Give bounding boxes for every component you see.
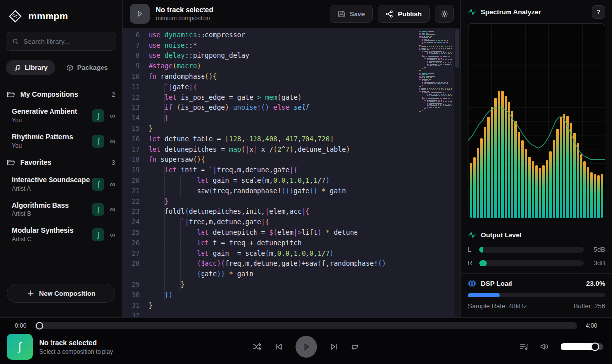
indent-guide	[149, 291, 165, 300]
code-line[interactable]: 23foldl(detunepitches,init,|elem,acc|{	[123, 207, 446, 217]
code-line[interactable]: 30})	[123, 290, 446, 300]
minimap-token	[433, 46, 434, 47]
code-line-content: fn supersaw(){	[149, 155, 446, 165]
line-number: 27	[123, 248, 149, 259]
code-line[interactable]: 28($acc)(freq,m,detune,gate)+saw(f,rando…	[123, 259, 446, 269]
spectrum-title: Spectrum Analyzer	[481, 8, 587, 16]
code-line[interactable]: 13if (is_pos_edge) unoise!() else self	[123, 103, 446, 113]
editor-scrollbar-thumb[interactable]	[455, 29, 459, 68]
composition-item[interactable]: Algorithmic BassArtist B∫∞	[0, 197, 122, 222]
settings-button[interactable]	[435, 5, 454, 23]
right-panel: Spectrum Analyzer ? Output Level	[460, 0, 612, 317]
indent-guide	[149, 239, 165, 248]
minimap-token	[429, 88, 430, 89]
code-line[interactable]: 19let init = `|freq,m,detune,gate|{	[123, 165, 446, 175]
code-line[interactable]: 29}	[123, 279, 446, 290]
seek-slider[interactable]	[35, 322, 577, 329]
publish-button[interactable]: Publish	[378, 5, 430, 23]
minimap-token	[427, 53, 428, 54]
save-button[interactable]: Save	[330, 5, 373, 23]
composition-item[interactable]: Modular SynthesisArtist C∫∞	[0, 222, 122, 247]
code-line[interactable]: 22}	[123, 196, 446, 207]
preview-play-button[interactable]	[130, 4, 150, 24]
minimap-token	[436, 59, 437, 60]
code-token: }	[149, 124, 153, 132]
code-line[interactable]: 8use delay::pingpong_delay	[123, 51, 446, 61]
code-editor[interactable]: 6use dynamics::compressor7use noise::*8u…	[123, 28, 460, 317]
composition-item[interactable]: Rhythmic PatternsYou∫∞	[0, 128, 122, 154]
minimap-token	[446, 95, 447, 96]
composition-item[interactable]: Interactive SoundscapeArtist A∫∞	[0, 171, 122, 197]
indent-guide	[149, 93, 165, 103]
next-button[interactable]	[330, 343, 338, 351]
editor-scrollbar[interactable]	[454, 28, 460, 317]
code-line[interactable]: 24`|freq,m,detune,gate|{	[123, 217, 446, 227]
code-line[interactable]: 14}	[123, 113, 446, 123]
minimap-token	[428, 39, 429, 40]
queue-button[interactable]	[520, 343, 529, 351]
minimap[interactable]	[419, 31, 452, 114]
code-line[interactable]: 10fn randomphase(){	[123, 71, 446, 82]
code-line[interactable]: 18fn supersaw(){	[123, 155, 446, 165]
shuffle-button[interactable]	[253, 343, 262, 351]
code-line[interactable]: 20let gain = scale(m,0.0,1.0,1,1/7)	[123, 175, 446, 186]
composition-item[interactable]: Generative AmbientYou∫∞	[0, 103, 122, 128]
search-input[interactable]	[23, 38, 110, 45]
previous-button[interactable]	[275, 343, 283, 351]
output-level-section: Output Level L 5dB R 3dB	[461, 225, 612, 274]
help-button[interactable]: ?	[592, 5, 605, 19]
code-token: gain	[237, 270, 254, 278]
code-line[interactable]: 11`|gate|{	[123, 82, 446, 92]
minimap-token	[438, 64, 439, 65]
editor-track-subtitle: mimium composition	[156, 15, 323, 22]
code-line[interactable]: (gate)) * gain	[123, 269, 446, 279]
section-header: Favorites3	[0, 154, 122, 171]
play-button[interactable]	[296, 336, 317, 358]
code-line[interactable]: 32	[123, 311, 446, 317]
code-line-content: #stage(macro)	[149, 61, 446, 71]
code-token: ,	[241, 135, 245, 143]
minimap-token	[445, 46, 446, 47]
code-line[interactable]: 17let detunepitches = map(|x| x /(2^7),d…	[123, 144, 446, 155]
indent-guide	[181, 249, 197, 259]
code-line[interactable]: 27let gain = scale(m,0.0,1.0,0,1/7)	[123, 248, 446, 259]
volume-button[interactable]	[540, 343, 549, 351]
minimap-token	[429, 37, 431, 38]
code-token: is_pos_edge = gate	[181, 93, 257, 101]
code-token: )	[346, 145, 350, 153]
code-line[interactable]: 31}	[123, 300, 446, 311]
code-line[interactable]: 26let f = freq + detunepitch	[123, 238, 446, 248]
new-composition-button[interactable]: New Composition	[7, 284, 115, 303]
minimap-token	[435, 104, 435, 105]
search-box[interactable]	[6, 32, 116, 51]
code-line[interactable]: 16let detune_table = [128,-128,408,-417,…	[123, 134, 446, 144]
minimap-token	[447, 88, 448, 89]
seek-thumb[interactable]	[36, 322, 43, 330]
composition-info: Rhythmic PatternsYou	[12, 133, 92, 149]
repeat-button[interactable]	[351, 343, 359, 351]
minimap-token	[451, 89, 452, 90]
minimap-token	[443, 92, 444, 93]
tab-packages[interactable]: Packages	[58, 60, 116, 75]
minimap-line	[419, 34, 452, 35]
code-token: init =	[181, 166, 209, 174]
minimap-token	[451, 105, 452, 106]
line-number: 8	[123, 51, 149, 61]
code-line[interactable]: 21saw(freq,randomphase!()(gate)) * gain	[123, 186, 446, 196]
tab-library[interactable]: Library	[6, 60, 55, 75]
code-line[interactable]: 7use noise::*	[123, 40, 446, 51]
volume-thumb[interactable]	[591, 343, 599, 351]
minimap-token	[422, 76, 425, 77]
code-line[interactable]: 12let is_pos_edge = gate > mem(gate)	[123, 92, 446, 103]
code-line[interactable]: 15}	[123, 123, 446, 134]
volume-slider[interactable]	[561, 343, 603, 350]
minimap-token	[427, 64, 429, 65]
code-line[interactable]: 9#stage(macro)	[123, 61, 446, 71]
code-line[interactable]: 25let detunepitch = $(elem|>lift) * detu…	[123, 227, 446, 238]
minimap-line	[422, 98, 452, 99]
code-line[interactable]: 6use dynamics::compressor	[123, 30, 446, 40]
minimap-line	[422, 51, 452, 52]
indent-guide	[181, 187, 197, 196]
minimap-token	[429, 101, 435, 102]
minimap-token	[437, 46, 438, 47]
